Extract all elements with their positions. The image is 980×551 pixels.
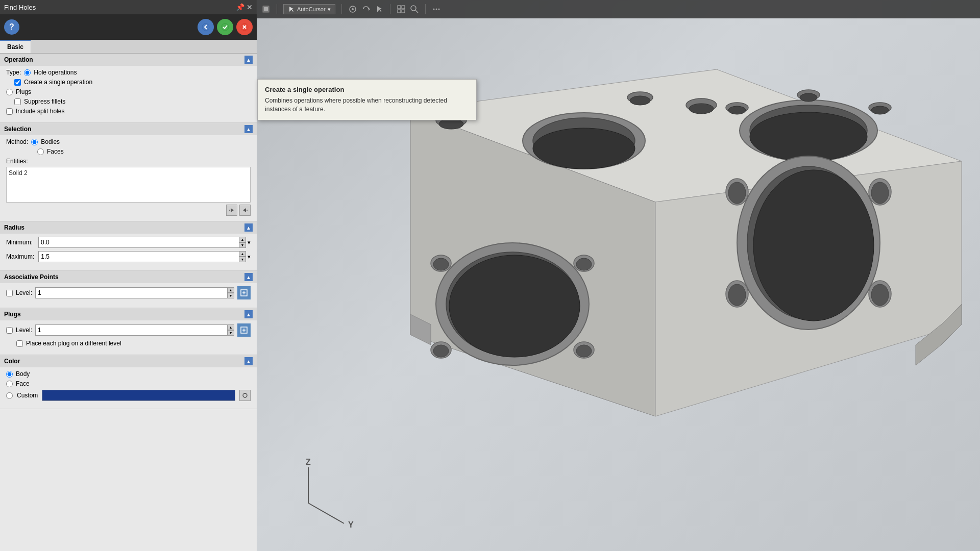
top-toolbar: AutoCursor ▾: [257, 0, 980, 18]
plugs-up-btn[interactable]: ▲: [227, 324, 234, 330]
entities-label: Entities:: [6, 158, 251, 165]
color-collapse-btn[interactable]: ▲: [244, 357, 253, 365]
suppress-fillets-label: Suppress fillets: [24, 98, 65, 105]
color-body-row: Body: [6, 370, 251, 378]
create-single-checkbox[interactable]: [14, 79, 21, 86]
minimum-down-btn[interactable]: ▼: [239, 242, 246, 248]
autocursor-dropdown-icon: ▾: [328, 6, 331, 13]
radius-collapse-btn[interactable]: ▲: [244, 223, 253, 232]
svg-marker-5: [243, 208, 246, 212]
include-split-checkbox[interactable]: [6, 108, 13, 115]
assoc-up-btn[interactable]: ▲: [227, 287, 234, 293]
minimum-up-btn[interactable]: ▲: [239, 237, 246, 242]
method-row: Method: Bodies: [6, 138, 251, 145]
section-selection-label: Selection: [4, 126, 31, 133]
plugs-radio[interactable]: [6, 89, 13, 95]
toolbar-snap-icon[interactable]: [348, 5, 357, 14]
section-plugs-header[interactable]: Plugs ▲: [0, 308, 257, 320]
assoc-collapse-btn[interactable]: ▲: [244, 273, 253, 281]
method-faces-label: Faces: [47, 148, 64, 155]
assoc-level-row: Level: ▲ ▼: [6, 286, 251, 299]
entities-actions: [6, 205, 251, 216]
toolbar-cursor2-icon[interactable]: [375, 5, 384, 14]
place-each-checkbox[interactable]: [16, 340, 23, 347]
minimum-input[interactable]: 0.0: [38, 237, 239, 248]
svg-point-57: [728, 182, 746, 204]
action-buttons: [198, 19, 253, 35]
help-button[interactable]: ?: [4, 19, 19, 35]
section-selection-header[interactable]: Selection ▲: [0, 123, 257, 135]
toolbar-cursor-icon: [261, 5, 271, 14]
entity-remove-btn[interactable]: [239, 205, 251, 216]
assoc-down-btn[interactable]: ▼: [227, 293, 234, 298]
assoc-level-icon: [240, 289, 248, 296]
title-bar-icons: 📌 ✕: [236, 3, 253, 11]
plugs-row: Plugs: [6, 88, 251, 95]
plugs-level-row: Level: ▲ ▼: [6, 323, 251, 337]
title-bar: Find Holes 📌 ✕: [0, 0, 257, 14]
assoc-level-input[interactable]: [35, 287, 228, 298]
add-entity-icon: [229, 207, 235, 213]
entities-box[interactable]: Solid 2: [6, 167, 251, 203]
assoc-level-label: Level:: [16, 289, 32, 296]
plugs-level-input[interactable]: [35, 324, 228, 336]
svg-rect-21: [398, 6, 401, 9]
plugs-level-icon-btn[interactable]: [237, 323, 251, 337]
section-color-header[interactable]: Color ▲: [0, 355, 257, 367]
section-radius-content: Minimum: 0.0 ▲ ▼ ▾ Maximum: 1.5: [0, 234, 257, 270]
plugs-level-checkbox[interactable]: [6, 327, 13, 334]
assoc-level-icon-btn[interactable]: [237, 286, 251, 299]
tab-basic[interactable]: Basic: [0, 40, 31, 53]
color-pick-btn[interactable]: [239, 390, 251, 401]
color-swatch[interactable]: [42, 390, 235, 401]
tooltip-body: Combines operations where possible when …: [265, 96, 469, 114]
maximum-up-btn[interactable]: ▲: [239, 251, 246, 257]
maximum-row: Maximum: 1.5 ▲ ▼ ▾: [6, 251, 251, 262]
maximum-input[interactable]: 1.5: [38, 251, 239, 262]
type-row: Type: Hole operations: [6, 69, 251, 76]
svg-point-0: [202, 23, 209, 31]
method-bodies-radio[interactable]: [31, 139, 38, 145]
section-radius-header[interactable]: Radius ▲: [0, 221, 257, 234]
entity-add-btn[interactable]: [226, 205, 237, 216]
svg-point-43: [630, 96, 650, 105]
section-operation-label: Operation: [4, 56, 33, 63]
color-custom-radio[interactable]: [6, 392, 13, 399]
assoc-level-checkbox[interactable]: [6, 290, 13, 296]
color-body-radio[interactable]: [6, 371, 13, 378]
section-plugs-label: Plugs: [4, 311, 21, 318]
suppress-fillets-checkbox[interactable]: [14, 98, 21, 105]
svg-rect-22: [402, 6, 405, 9]
close-icon[interactable]: ✕: [247, 3, 253, 11]
operation-collapse-btn[interactable]: ▲: [244, 56, 253, 64]
toolbar-rotate-icon[interactable]: [361, 5, 371, 14]
plugs-down-btn[interactable]: ▼: [227, 330, 234, 336]
suppress-fillets-row: Suppress fillets: [6, 98, 251, 105]
svg-line-26: [415, 10, 418, 13]
back-button[interactable]: [198, 19, 214, 35]
include-split-row: Include split holes: [6, 108, 251, 115]
color-face-radio[interactable]: [6, 381, 13, 387]
minimum-row: Minimum: 0.0 ▲ ▼ ▾: [6, 237, 251, 248]
method-faces-radio[interactable]: [37, 148, 44, 155]
color-body-label: Body: [16, 370, 30, 378]
maximum-down-btn[interactable]: ▼: [239, 257, 246, 262]
toolbar-sep-4: [425, 4, 426, 14]
cancel-button[interactable]: [236, 19, 253, 35]
autocursor-button[interactable]: AutoCursor ▾: [283, 4, 335, 14]
section-radius-label: Radius: [4, 224, 24, 231]
section-operation-header[interactable]: Operation ▲: [0, 54, 257, 66]
type-hole-operations-radio[interactable]: [24, 69, 31, 76]
section-plugs: Plugs ▲ Level: ▲ ▼: [0, 308, 257, 355]
plugs-collapse-btn[interactable]: ▲: [244, 310, 253, 318]
toolbar-zoom-icon[interactable]: [410, 5, 419, 14]
toolbar-more-icon[interactable]: [432, 5, 441, 14]
toolbar-icon-1[interactable]: [261, 5, 271, 14]
section-assoc-header[interactable]: Associative Points ▲: [0, 271, 257, 283]
toolbar-view-icon[interactable]: [397, 5, 406, 14]
pin-icon[interactable]: 📌: [236, 3, 244, 11]
more-icon: [432, 5, 441, 14]
ok-button[interactable]: [217, 19, 233, 35]
selection-collapse-btn[interactable]: ▲: [244, 125, 253, 133]
svg-rect-24: [402, 10, 405, 13]
